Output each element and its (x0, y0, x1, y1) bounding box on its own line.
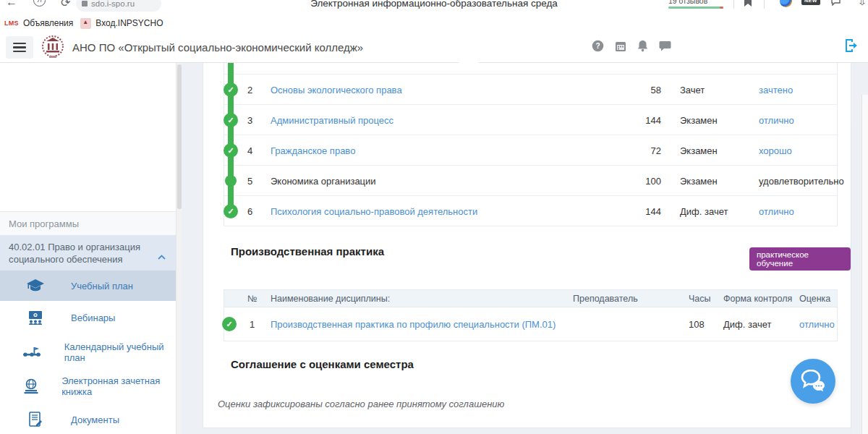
section-title-practice: Производственная практика (231, 245, 384, 258)
sidebar-panel-icon[interactable] (830, 0, 841, 9)
page-title: Электронная информационно-образовательна… (0, 0, 868, 9)
browser-scrollbar[interactable] (861, 95, 868, 434)
practice-badge: практическое обучение (749, 247, 851, 271)
reviews-extension-badge[interactable]: 19 отзывов (668, 0, 726, 9)
discipline-name: Экономика организации (271, 176, 376, 187)
grade-link[interactable]: зачтено (759, 85, 793, 95)
discipline-link[interactable]: Административный процесс (271, 115, 393, 126)
calendar-icon[interactable] (615, 41, 626, 55)
lms-favicon: LMS (4, 20, 19, 27)
grade-link[interactable]: отлично (759, 206, 794, 217)
current-step-dot-icon (225, 175, 237, 187)
discipline-link[interactable]: Основы экологического права (271, 85, 402, 95)
logout-button[interactable] (843, 38, 861, 56)
bookmark-item-login[interactable]: Вход.INPSYCHO (80, 18, 163, 29)
table-row: ✓ 4 Гражданское право 72 Экзамен хорошо (224, 135, 837, 166)
table-row-cut (224, 63, 837, 75)
chat-bubbles-icon (799, 369, 827, 393)
sidebar-item-documents[interactable]: Документы (0, 403, 176, 434)
completed-check-icon: ✓ (224, 113, 238, 127)
messages-icon[interactable] (659, 41, 671, 54)
discipline-link[interactable]: Гражданское право (271, 145, 355, 156)
sidebar-item-webinars[interactable]: Вебинары (0, 301, 176, 335)
content-card: ✓ 2 Основы экологического права 58 Зачет… (203, 63, 851, 428)
practice-table: № Наименование дисциплины: Преподаватель… (224, 289, 838, 341)
table-row: ✓ 1 Производственная практика по профилю… (224, 307, 837, 341)
sidebar-scrollbar[interactable] (176, 63, 182, 434)
grade-link[interactable]: отлично (759, 115, 794, 126)
app-header: АНО ПО «Открытый социально-экономический… (0, 32, 868, 63)
semester-table: ✓ 2 Основы экологического права 58 Зачет… (224, 63, 838, 226)
bookmark-item-announcements[interactable]: LMS Объявления (4, 18, 73, 28)
sidebar: Мои программы 40.02.01 Право и организац… (0, 63, 182, 434)
college-logo (41, 34, 65, 63)
grade-link[interactable]: отлично (799, 319, 835, 330)
sidebar-scrollbar-thumb[interactable] (177, 64, 182, 209)
svg-text:?: ? (595, 42, 600, 50)
bookmark-icon[interactable] (744, 0, 752, 9)
agreement-note: Оценки зафиксированы согласно ранее прин… (218, 399, 504, 409)
sidebar-program-toggle[interactable]: 40.02.01 Право и организация социального… (0, 236, 176, 271)
table-row: ✓ 3 Административный процесс 144 Экзамен… (224, 105, 837, 135)
completed-check-icon: ✓ (224, 143, 238, 158)
section-title-agreement: Соглашение с оценками семестра (231, 358, 414, 370)
sidebar-item-curriculum[interactable]: Учебный план (0, 271, 176, 301)
reviews-text: 19 отзывов (668, 0, 726, 5)
notifications-bell-icon[interactable] (637, 40, 648, 55)
table-header-row: № Наименование дисциплины: Преподаватель… (224, 290, 837, 307)
menu-toggle-button[interactable] (6, 36, 33, 59)
download-icon[interactable]: ⇩ (858, 0, 867, 7)
support-chat-button[interactable] (791, 359, 835, 404)
content-edge-line (851, 126, 852, 434)
discipline-link[interactable]: Психология социально-правовой деятельнос… (271, 206, 477, 217)
reviews-rating-bar (668, 7, 723, 9)
org-title: АНО ПО «Открытый социально-экономический… (72, 41, 363, 54)
globe-book-icon (0, 378, 61, 394)
document-pen-icon (0, 412, 71, 429)
help-icon[interactable]: ? (592, 40, 604, 55)
bookmarks-bar: LMS Объявления Вход.INPSYCHO (0, 14, 868, 32)
toolbar-divider (733, 0, 734, 9)
toolbar-divider (764, 0, 765, 9)
sidebar-section-header: Мои программы (0, 211, 176, 236)
page-background: Мои программы 40.02.01 Право и организац… (0, 63, 868, 434)
grade-text: удовлетворительно (759, 176, 844, 187)
webinar-screen-icon (0, 310, 71, 326)
table-row: ✓ 6 Психология социально-правовой деятел… (224, 196, 837, 226)
completed-check-icon: ✓ (224, 204, 238, 218)
browser-topbar: ← Я ⟳ sdo.i-spo.ru Электронная информаци… (0, 0, 868, 14)
sidebar-item-calendar-plan[interactable]: Календарный учебный план (0, 335, 176, 369)
practice-discipline-link[interactable]: Производственная практика по профилю спе… (271, 319, 556, 330)
new-extension-badge[interactable]: NEW (801, 0, 820, 5)
chevron-up-icon (158, 250, 166, 263)
sidebar-item-gradebook[interactable]: Электронная зачетная книжка (0, 369, 176, 403)
grade-link[interactable]: хорошо (759, 145, 792, 156)
table-row: ✓ 2 Основы экологического права 58 Зачет… (224, 75, 837, 105)
table-row: 5 Экономика организации 100 Экзамен удов… (224, 166, 837, 196)
completed-check-icon: ✓ (224, 82, 238, 97)
timeline-flag-icon (0, 346, 64, 359)
completed-check-icon: ✓ (222, 317, 237, 331)
college-favicon (80, 18, 91, 29)
graduation-cap-icon (0, 278, 71, 293)
